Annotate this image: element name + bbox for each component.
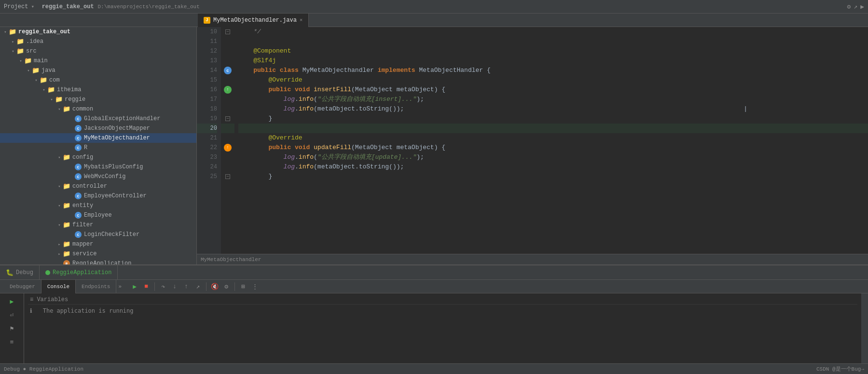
folder-icon-main: 📁 <box>24 57 32 65</box>
gutter-15 <box>221 75 234 85</box>
status-left: Debug ● ReggieApplication <box>4 366 83 372</box>
tree-label-employeecontroller: EmployeeController <box>84 193 147 199</box>
code-line-23: log . info ( "公共字段自动填充[update]..." ); <box>238 152 868 162</box>
debug-icon: 🐛 <box>6 269 14 277</box>
debug-label: Debug <box>16 269 33 276</box>
tree-item-employee[interactable]: ▸ C Employee <box>0 210 196 220</box>
tree-item-mymetaobjecthandler[interactable]: ▸ C MyMetaObjecthandler <box>0 133 196 143</box>
dot-24: . <box>295 162 299 172</box>
java-icon-jacksonobjectmapper: C <box>74 125 82 132</box>
arrow-project: ▾ <box>2 29 9 35</box>
code-content: 10 11 12 13 14 15 16 17 18 19 20 21 22 2… <box>197 27 868 254</box>
step-over-btn[interactable]: ↷ <box>158 281 168 292</box>
step-out-btn[interactable]: ↑ <box>181 281 192 292</box>
fold-marker-10[interactable]: − <box>225 29 230 34</box>
tree-item-main[interactable]: ▾ 📁 main <box>0 56 196 66</box>
open-paren-23: ( <box>314 152 317 162</box>
tree-item-webmvcconfig[interactable]: ▸ C WebMvcConfig <box>0 172 196 181</box>
cursor-18: | <box>744 104 747 114</box>
params-16: (MetaObject metaObject) { <box>351 85 445 95</box>
method-info-24: info <box>299 162 314 172</box>
tab-mymetaobjecthandler[interactable]: J MyMetaObjecthandler.java × <box>198 14 309 27</box>
tree-item-src[interactable]: ▾ 📁 src <box>0 46 196 56</box>
class-icon-14[interactable]: C <box>224 67 232 74</box>
run-marker-16[interactable]: ↑ <box>224 86 232 94</box>
toolbar-icon-2[interactable]: ↗ <box>854 3 857 11</box>
tree-item-employeecontroller[interactable]: ▸ C EmployeeController <box>0 191 196 201</box>
annotation-override-21: @Override <box>238 133 303 143</box>
running-text: The application is running <box>43 307 134 314</box>
debug-session-item[interactable]: ReggieApplication <box>40 265 118 280</box>
more-btn[interactable]: ⋮ <box>249 281 260 292</box>
bracket-14: { <box>483 66 491 75</box>
settings-btn[interactable]: ⚙ <box>221 281 232 292</box>
open-paren-17: ( <box>314 95 317 104</box>
folder-icon-common: 📁 <box>63 105 70 113</box>
editor-area: 10 11 12 13 14 15 16 17 18 19 20 21 22 2… <box>197 27 868 264</box>
toolbar-icon-1[interactable]: ⚙ <box>847 3 851 11</box>
code-line-22: public void updateFill (MetaObject metaO… <box>238 143 868 152</box>
tree-item-reggieapplication[interactable]: ▸ R ReggieApplication <box>0 259 196 264</box>
tab-close-button[interactable]: × <box>300 17 303 23</box>
tree-item-config[interactable]: ▾ 📁 config <box>0 152 196 162</box>
debug-side-btn3[interactable]: ⚑ <box>7 323 17 334</box>
tree-item-java[interactable]: ▾ 📁 java <box>0 66 196 75</box>
tree-item-com[interactable]: ▾ 📁 com <box>0 75 196 85</box>
string-23: "公共字段自动填充[update]..." <box>317 152 416 162</box>
toolbar-icon-3[interactable]: ▶ <box>860 3 864 11</box>
subtab-debugger[interactable]: Debugger <box>4 280 41 293</box>
tree-item-mybatisplusconfig[interactable]: ▸ C MybatisPlusConfig <box>0 162 196 172</box>
gutter-21 <box>221 133 234 143</box>
folder-icon-entity: 📁 <box>63 202 70 209</box>
run-marker-22[interactable]: ↑ <box>224 144 232 152</box>
java-icon-r: C <box>74 144 82 152</box>
step-into-btn[interactable]: ↓ <box>169 281 180 292</box>
fold-marker-19[interactable]: − <box>225 116 230 121</box>
tree-item-jacksonobjectmapper[interactable]: ▸ C JacksonObjectMapper <box>0 124 196 133</box>
debug-tab-debug[interactable]: 🐛 Debug <box>0 265 40 280</box>
debug-side-btn1[interactable]: ▶ <box>7 296 17 307</box>
resume-btn[interactable]: ▶ <box>129 281 140 292</box>
sep1 <box>154 282 155 291</box>
debug-side-btn4[interactable]: ≡ <box>7 337 17 347</box>
debug-side-btn2[interactable]: ⏎ <box>7 310 17 320</box>
gutter-12 <box>221 46 234 56</box>
tree-item-project[interactable]: ▾ 📁 reggie_take_out <box>0 27 196 37</box>
arrow-java: ▾ <box>25 68 32 73</box>
tree-item-globalexception[interactable]: ▸ C GlobalExceptionHandler <box>0 114 196 124</box>
subtab-console[interactable]: Console <box>41 280 76 293</box>
tree-item-mapper[interactable]: ▸ 📁 mapper <box>0 239 196 249</box>
tree-item-reggie[interactable]: ▾ 📁 reggie <box>0 95 196 104</box>
mute-btn[interactable]: 🔇 <box>209 281 220 292</box>
subtab-endpoints[interactable]: Endpoints <box>76 280 116 293</box>
code-editor[interactable]: */ @Component @Slf4j public class MyMeta… <box>234 27 868 254</box>
code-line-12: @Component <box>238 46 868 56</box>
tree-item-common[interactable]: ▾ 📁 common <box>0 104 196 114</box>
tree-label-mybatisplusconfig: MybatisPlusConfig <box>84 164 143 170</box>
code-line-21: @Override <box>238 133 868 143</box>
params-22: (MetaObject metaObject) { <box>351 143 445 152</box>
layout-btn[interactable]: ⊞ <box>238 281 248 292</box>
folder-icon-config: 📁 <box>63 153 70 161</box>
tree-item-service[interactable]: ▸ 📁 service <box>0 249 196 259</box>
code-line-14: public class MyMetaObjecthandler impleme… <box>238 66 868 75</box>
fold-marker-25[interactable]: − <box>225 174 230 179</box>
scrollbar-right[interactable] <box>861 293 868 363</box>
tree-item-r[interactable]: ▸ C R <box>0 143 196 152</box>
project-label[interactable]: Project <box>4 3 28 10</box>
tree-item-logincheckfilter[interactable]: ▸ C LoginCheckFilter <box>0 230 196 239</box>
var-log-24: log <box>238 162 295 172</box>
tree-label-itheima: itheima <box>57 86 81 93</box>
stop-btn[interactable]: ■ <box>141 281 152 292</box>
folder-icon-reggie: 📁 <box>55 96 63 103</box>
run-cursor-btn[interactable]: ↗ <box>193 281 203 292</box>
arrow-controller: ▾ <box>56 184 63 189</box>
tree-item-entity[interactable]: ▾ 📁 entity <box>0 201 196 210</box>
tree-label-webmvcconfig: WebMvcConfig <box>84 173 125 180</box>
tree-item-idea[interactable]: ▸ 📁 .idea <box>0 37 196 46</box>
tree-item-itheima[interactable]: ▾ 📁 itheima <box>0 85 196 95</box>
tree-item-controller[interactable]: ▾ 📁 controller <box>0 181 196 191</box>
method-info-18: info <box>299 104 314 114</box>
tree-item-filter[interactable]: ▾ 📁 filter <box>0 220 196 230</box>
tab-label: MyMetaObjecthandler.java <box>213 17 297 24</box>
